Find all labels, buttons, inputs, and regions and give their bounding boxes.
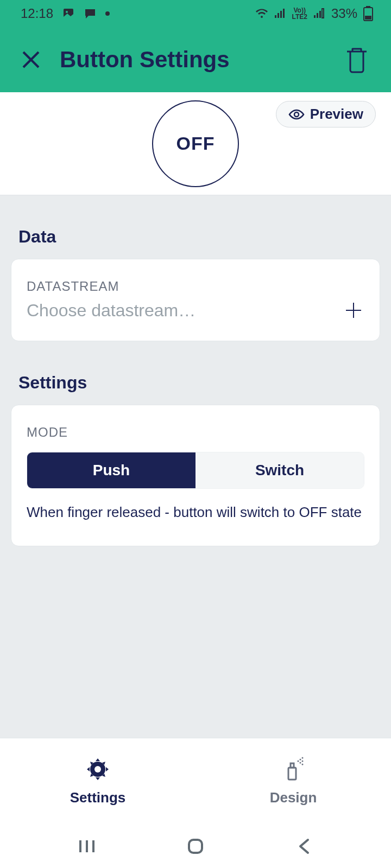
datastream-card: DATASTREAM Choose datastream… <box>11 259 380 341</box>
home-icon <box>186 837 205 856</box>
svg-rect-4 <box>280 11 282 18</box>
battery-percent: 33% <box>331 6 357 21</box>
spray-icon <box>281 757 306 782</box>
trash-icon <box>345 46 369 73</box>
svg-point-27 <box>302 764 304 765</box>
preview-area: OFF Preview <box>0 92 391 195</box>
svg-rect-2 <box>275 15 276 18</box>
svg-rect-32 <box>189 840 202 853</box>
svg-rect-22 <box>291 763 294 768</box>
gear-icon <box>85 757 110 782</box>
section-title-settings: Settings <box>18 373 373 393</box>
back-icon <box>296 837 312 856</box>
svg-point-20 <box>94 766 101 773</box>
chat-icon <box>84 7 97 20</box>
preview-label: Preview <box>310 106 363 123</box>
svg-rect-21 <box>288 768 296 780</box>
signal-bars2-icon <box>313 7 326 20</box>
android-navbar <box>0 825 391 868</box>
svg-point-1 <box>66 11 68 13</box>
svg-rect-7 <box>317 13 318 18</box>
widget-button-state: OFF <box>176 133 215 154</box>
nav-recents[interactable] <box>73 835 100 857</box>
tab-label-design: Design <box>270 789 317 806</box>
svg-rect-12 <box>365 16 371 20</box>
mode-description: When finger released - button will switc… <box>27 503 364 522</box>
widget-button-preview[interactable]: OFF <box>152 100 239 187</box>
nav-home[interactable] <box>182 835 209 857</box>
status-time: 12:18 <box>21 6 53 21</box>
tab-settings[interactable]: Settings <box>0 738 195 825</box>
datastream-select[interactable]: Choose datastream… <box>27 299 364 321</box>
battery-icon <box>363 6 374 21</box>
eye-icon <box>288 109 305 120</box>
svg-point-28 <box>302 757 304 759</box>
section-title-data: Data <box>18 227 373 247</box>
app-header: Button Settings <box>0 27 391 92</box>
svg-point-26 <box>302 761 304 762</box>
plus-icon <box>343 299 364 321</box>
close-icon <box>20 49 42 71</box>
settings-card: MODE Push Switch When finger released - … <box>11 405 380 546</box>
nav-back[interactable] <box>291 835 318 857</box>
mode-toggle: Push Switch <box>27 452 364 489</box>
signal-bars-icon <box>274 7 287 20</box>
bottom-tabs: Settings Design <box>0 738 391 825</box>
mode-label: MODE <box>27 425 364 440</box>
svg-rect-9 <box>322 9 324 18</box>
svg-point-24 <box>300 759 301 761</box>
preview-button[interactable]: Preview <box>276 101 376 127</box>
svg-point-23 <box>298 761 299 762</box>
gallery-icon <box>62 7 75 20</box>
more-indicator-icon <box>105 11 110 16</box>
svg-rect-3 <box>278 13 279 18</box>
tab-design[interactable]: Design <box>195 738 391 825</box>
status-bar: 12:18 Vo))LTE2 33% <box>0 0 391 27</box>
svg-rect-8 <box>319 11 321 18</box>
svg-rect-6 <box>314 15 316 18</box>
svg-point-15 <box>294 112 299 117</box>
datastream-placeholder: Choose datastream… <box>27 301 195 321</box>
svg-rect-5 <box>283 9 285 18</box>
datastream-label: DATASTREAM <box>27 279 364 294</box>
main-content: Data DATASTREAM Choose datastream… Setti… <box>0 195 391 738</box>
mode-option-switch[interactable]: Switch <box>195 452 364 488</box>
svg-point-25 <box>300 762 301 764</box>
volte-label: Vo))LTE2 <box>292 7 307 20</box>
wifi-icon <box>255 7 268 20</box>
delete-button[interactable] <box>343 46 370 73</box>
tab-label-settings: Settings <box>70 789 126 806</box>
mode-option-push[interactable]: Push <box>27 452 195 488</box>
page-title: Button Settings <box>60 47 230 73</box>
close-button[interactable] <box>17 46 45 73</box>
recents-icon <box>77 838 97 854</box>
